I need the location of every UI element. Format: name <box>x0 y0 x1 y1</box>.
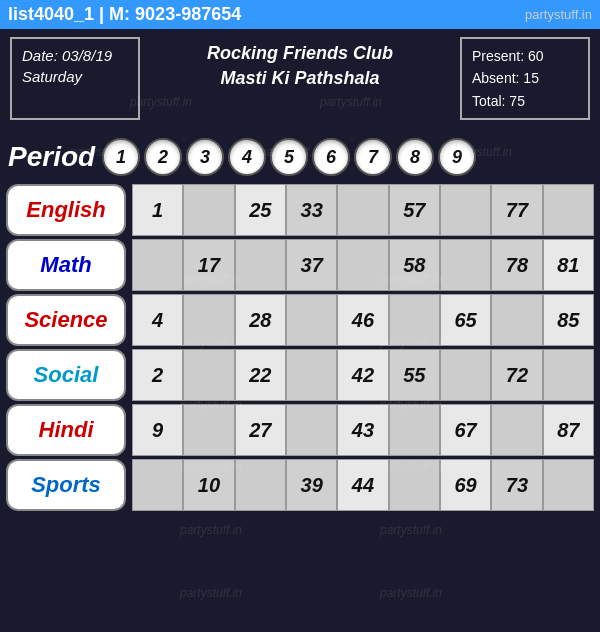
cell-hindi-5[interactable]: 43 <box>337 404 388 456</box>
cell-english-4[interactable]: 33 <box>286 184 337 236</box>
cell-science-2[interactable] <box>183 294 234 346</box>
period-circle-9: 9 <box>438 138 476 176</box>
cell-science-7[interactable]: 65 <box>440 294 491 346</box>
cell-science-4[interactable] <box>286 294 337 346</box>
cell-science-8[interactable] <box>491 294 542 346</box>
date-box: Date: 03/8/19 Saturday <box>10 37 140 120</box>
cell-sports-8[interactable]: 73 <box>491 459 542 511</box>
cell-math-8[interactable]: 78 <box>491 239 542 291</box>
subject-btn-social[interactable]: Social <box>6 349 126 401</box>
cell-hindi-7[interactable]: 67 <box>440 404 491 456</box>
cells-row-social: 222425572 <box>132 349 594 401</box>
cells-row-science: 428466585 <box>132 294 594 346</box>
cell-math-9[interactable]: 81 <box>543 239 594 291</box>
cell-english-6[interactable]: 57 <box>389 184 440 236</box>
cell-science-9[interactable]: 85 <box>543 294 594 346</box>
cell-social-4[interactable] <box>286 349 337 401</box>
subject-row-science: Science428466585 <box>6 294 594 346</box>
header-section: Date: 03/8/19 Saturday Rocking Friends C… <box>0 29 600 128</box>
cell-hindi-1[interactable]: 9 <box>132 404 183 456</box>
subject-row-social: Social222425572 <box>6 349 594 401</box>
cell-math-6[interactable]: 58 <box>389 239 440 291</box>
cell-science-1[interactable]: 4 <box>132 294 183 346</box>
period-circle-6: 6 <box>312 138 350 176</box>
subject-btn-english[interactable]: English <box>6 184 126 236</box>
cell-math-4[interactable]: 37 <box>286 239 337 291</box>
cell-hindi-9[interactable]: 87 <box>543 404 594 456</box>
subject-btn-math[interactable]: Math <box>6 239 126 291</box>
cell-math-2[interactable]: 17 <box>183 239 234 291</box>
cell-sports-9[interactable] <box>543 459 594 511</box>
stats-box: Present: 60 Absent: 15 Total: 75 <box>460 37 590 120</box>
absent-count: Absent: 15 <box>472 67 578 89</box>
subject-row-sports: Sports1039446973 <box>6 459 594 511</box>
day-label: Saturday <box>22 66 128 87</box>
cell-english-1[interactable]: 1 <box>132 184 183 236</box>
cell-science-5[interactable]: 46 <box>337 294 388 346</box>
cell-sports-4[interactable]: 39 <box>286 459 337 511</box>
cell-math-1[interactable] <box>132 239 183 291</box>
period-circle-8: 8 <box>396 138 434 176</box>
subject-row-math: Math1737587881 <box>6 239 594 291</box>
cells-row-hindi: 927436787 <box>132 404 594 456</box>
subject-row-hindi: Hindi927436787 <box>6 404 594 456</box>
cell-social-6[interactable]: 55 <box>389 349 440 401</box>
cell-hindi-8[interactable] <box>491 404 542 456</box>
cell-english-8[interactable]: 77 <box>491 184 542 236</box>
subject-btn-sports[interactable]: Sports <box>6 459 126 511</box>
cell-social-5[interactable]: 42 <box>337 349 388 401</box>
cell-english-5[interactable] <box>337 184 388 236</box>
cell-sports-3[interactable] <box>235 459 286 511</box>
club-title: Rocking Friends Club Masti Ki Pathshala <box>150 37 450 120</box>
period-circle-2: 2 <box>144 138 182 176</box>
cell-social-7[interactable] <box>440 349 491 401</box>
period-circles: 123456789 <box>102 138 476 176</box>
cell-social-1[interactable]: 2 <box>132 349 183 401</box>
cells-row-english: 125335777 <box>132 184 594 236</box>
cell-english-3[interactable]: 25 <box>235 184 286 236</box>
date-label: Date: 03/8/19 <box>22 45 128 66</box>
cell-social-2[interactable] <box>183 349 234 401</box>
cell-hindi-6[interactable] <box>389 404 440 456</box>
cell-sports-5[interactable]: 44 <box>337 459 388 511</box>
cell-science-3[interactable]: 28 <box>235 294 286 346</box>
cell-english-7[interactable] <box>440 184 491 236</box>
cell-english-2[interactable] <box>183 184 234 236</box>
club-line2: Masti Ki Pathshala <box>150 66 450 91</box>
period-circle-1: 1 <box>102 138 140 176</box>
cell-math-3[interactable] <box>235 239 286 291</box>
cell-sports-1[interactable] <box>132 459 183 511</box>
subject-row-english: English125335777 <box>6 184 594 236</box>
cell-english-9[interactable] <box>543 184 594 236</box>
cell-hindi-3[interactable]: 27 <box>235 404 286 456</box>
total-count: Total: 75 <box>472 90 578 112</box>
cell-social-8[interactable]: 72 <box>491 349 542 401</box>
cell-sports-7[interactable]: 69 <box>440 459 491 511</box>
period-circle-3: 3 <box>186 138 224 176</box>
cell-sports-2[interactable]: 10 <box>183 459 234 511</box>
cell-sports-6[interactable] <box>389 459 440 511</box>
cell-science-6[interactable] <box>389 294 440 346</box>
top-bar: list4040_1 | M: 9023-987654 partystuff.i… <box>0 0 600 29</box>
cell-social-9[interactable] <box>543 349 594 401</box>
cells-row-sports: 1039446973 <box>132 459 594 511</box>
period-circle-5: 5 <box>270 138 308 176</box>
cell-hindi-4[interactable] <box>286 404 337 456</box>
main-grid: English125335777Math1737587881Science428… <box>0 184 600 520</box>
periods-row: Period 123456789 <box>0 128 600 184</box>
cells-row-math: 1737587881 <box>132 239 594 291</box>
top-bar-id: list4040_1 | M: 9023-987654 <box>8 4 241 25</box>
period-circle-7: 7 <box>354 138 392 176</box>
cell-math-7[interactable] <box>440 239 491 291</box>
top-bar-site: partystuff.in <box>525 7 592 22</box>
period-label: Period <box>8 141 98 173</box>
subject-btn-hindi[interactable]: Hindi <box>6 404 126 456</box>
present-count: Present: 60 <box>472 45 578 67</box>
subject-btn-science[interactable]: Science <box>6 294 126 346</box>
club-line1: Rocking Friends Club <box>150 41 450 66</box>
cell-social-3[interactable]: 22 <box>235 349 286 401</box>
period-circle-4: 4 <box>228 138 266 176</box>
cell-math-5[interactable] <box>337 239 388 291</box>
cell-hindi-2[interactable] <box>183 404 234 456</box>
